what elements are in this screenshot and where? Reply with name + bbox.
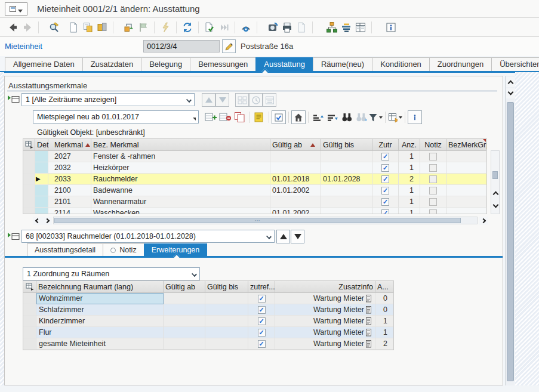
- col-header-gueltig-bis[interactable]: Gültig bis: [321, 139, 372, 151]
- page-vscrollbar[interactable]: [505, 76, 515, 392]
- feature-item-select[interactable]: 68 [002033] Rauchmelder (01.01.2018-01.0…: [21, 230, 275, 243]
- det-cell[interactable]: [35, 185, 48, 196]
- scroll-up-icon[interactable]: [491, 188, 500, 197]
- tab-r-ume-neu-[interactable]: Räume(neu): [313, 57, 372, 71]
- hscroll-track[interactable]: ⋯: [53, 217, 478, 224]
- col-header-gueltig-ab[interactable]: Gültig ab: [270, 139, 321, 151]
- col-header-anz[interactable]: Anz.: [399, 139, 420, 151]
- table-row[interactable]: KinderzimmerWartung Mieter1: [23, 316, 393, 327]
- row-selector[interactable]: [23, 151, 35, 162]
- col-header-bezmerkgrp[interactable]: BezMerkGrp: [446, 139, 486, 151]
- table-row[interactable]: 2100Badewanne01.01.20021: [23, 185, 486, 196]
- mieteinheit-input[interactable]: 0012/3/4: [143, 40, 220, 53]
- page-scroll-up-icon[interactable]: [506, 77, 515, 87]
- scroll-right-icon[interactable]: [42, 217, 52, 225]
- row-selector[interactable]: [23, 208, 35, 214]
- table-settings-icon[interactable]: [353, 20, 368, 35]
- find-binoculars-icon[interactable]: [340, 110, 354, 124]
- detail-tab-notiz[interactable]: Notiz: [103, 243, 144, 256]
- back-icon[interactable]: [6, 20, 20, 35]
- zusatzinfo-doc-icon[interactable]: [366, 306, 372, 314]
- zusatzinfo-cell[interactable]: Wartung Mieter: [275, 304, 375, 316]
- table-corner-selector[interactable]: [23, 139, 35, 151]
- filter-icon[interactable]: [368, 110, 383, 124]
- col-header-gueltig-bis[interactable]: Gültig bis: [205, 281, 248, 293]
- zutr-checkbox[interactable]: [381, 164, 389, 172]
- scroll-left-icon[interactable]: [33, 217, 42, 225]
- table-row[interactable]: 2027Fenster & -rahmen1: [23, 151, 486, 162]
- row-selector[interactable]: [23, 327, 36, 338]
- zusatzinfo-cell[interactable]: Wartung Mieter: [275, 316, 375, 327]
- hierarchy-folder-icon[interactable]: [7, 231, 20, 243]
- col-header-zutr[interactable]: Zutr: [372, 139, 399, 151]
- col-header-gueltig-ab[interactable]: Gültig ab: [164, 281, 205, 293]
- row-selector[interactable]: [23, 196, 35, 208]
- detail-view-icon-disabled[interactable]: [263, 93, 276, 107]
- table-row[interactable]: 2101Wannenarmatur1: [23, 196, 486, 208]
- col-header-raumart[interactable]: Bezeichnung Raumart (lang): [36, 281, 164, 293]
- edit-pencil-button[interactable]: [222, 39, 236, 53]
- find-icon[interactable]: [47, 20, 61, 35]
- notiz-checkbox[interactable]: [429, 187, 437, 195]
- tab-konditionen[interactable]: Konditionen: [372, 57, 430, 71]
- summarize-icon[interactable]: [339, 20, 353, 35]
- notiz-checkbox[interactable]: [429, 175, 437, 183]
- notiz-checkbox[interactable]: [429, 198, 437, 206]
- export-icon[interactable]: [388, 110, 402, 124]
- hierarchy-icon[interactable]: [325, 20, 339, 35]
- table-row[interactable]: 2114Waschbecken01.01.20021: [23, 208, 486, 214]
- table-row[interactable]: WohnzimmerWartung Mieter0: [23, 293, 393, 304]
- zutr-checkbox[interactable]: [381, 198, 389, 206]
- raumart-cell[interactable]: Flur: [36, 327, 164, 338]
- vscroll-thumb[interactable]: [492, 171, 498, 179]
- col-header-a[interactable]: A...: [375, 281, 393, 293]
- row-up-button-disabled[interactable]: [202, 93, 215, 107]
- assignment-select[interactable]: 1 Zuordnung zu Räumen: [23, 267, 200, 280]
- tab--bersichten[interactable]: Übersichten: [491, 57, 539, 71]
- row-selector[interactable]: [23, 293, 36, 304]
- zusatzinfo-doc-icon[interactable]: [366, 340, 372, 348]
- zutr-checkbox[interactable]: [381, 209, 389, 215]
- zutref-checkbox[interactable]: [258, 317, 266, 325]
- zusatzinfo-doc-icon[interactable]: [366, 329, 372, 337]
- features-table-hscrollbar[interactable]: ⋯: [23, 216, 488, 225]
- col-header-det[interactable]: Det: [35, 139, 48, 151]
- col-header-notiz[interactable]: Notiz: [420, 139, 446, 151]
- features-table-vscrollbar[interactable]: [491, 150, 500, 214]
- det-cell[interactable]: [35, 162, 48, 174]
- zutr-checkbox[interactable]: [381, 153, 389, 160]
- zutref-checkbox[interactable]: [258, 340, 266, 348]
- scroll-down-icon[interactable]: [491, 201, 500, 211]
- table-row[interactable]: FlurWartung Mieter1: [23, 327, 393, 338]
- table-row[interactable]: SchlafzimmerWartung Mieter0: [23, 304, 393, 316]
- notiz-checkbox[interactable]: [429, 153, 437, 160]
- flag-icon[interactable]: [136, 20, 150, 35]
- next-item-button[interactable]: [291, 230, 304, 243]
- zutr-checkbox[interactable]: [381, 187, 389, 195]
- det-cell[interactable]: [35, 208, 48, 214]
- grid-view-icon-disabled[interactable]: [235, 93, 249, 107]
- verify-document-icon[interactable]: [202, 20, 217, 35]
- col-header-zutref[interactable]: zutref...: [248, 281, 275, 293]
- notiz-checkbox[interactable]: [429, 209, 437, 215]
- create-icon[interactable]: [66, 20, 81, 35]
- hierarchy-folder-icon[interactable]: [7, 94, 20, 106]
- hscroll-thumb[interactable]: ⋯: [54, 218, 461, 223]
- zusatzinfo-doc-icon[interactable]: [366, 317, 372, 325]
- row-selector[interactable]: [23, 304, 36, 316]
- table-row[interactable]: 2032Heizkörper1: [23, 162, 486, 174]
- skip-icon[interactable]: [217, 20, 231, 35]
- document-gray-icon[interactable]: [294, 20, 309, 35]
- row-selector[interactable]: [23, 338, 36, 350]
- system-menu-button[interactable]: [5, 2, 27, 16]
- rotate-view-icon[interactable]: [266, 20, 280, 35]
- clock-view-icon-disabled[interactable]: [249, 93, 263, 107]
- tab-bemessungen[interactable]: Bemessungen: [190, 57, 256, 71]
- row-selector[interactable]: [23, 162, 35, 174]
- det-cell[interactable]: [35, 196, 48, 208]
- sort-ascending-icon[interactable]: [311, 110, 325, 124]
- raumart-cell[interactable]: gesamte Mieteinheit: [36, 338, 164, 350]
- previous-item-button[interactable]: [276, 230, 290, 243]
- raumart-cell[interactable]: Kinderzimmer: [36, 316, 164, 327]
- tab-belegung[interactable]: Belegung: [141, 57, 190, 71]
